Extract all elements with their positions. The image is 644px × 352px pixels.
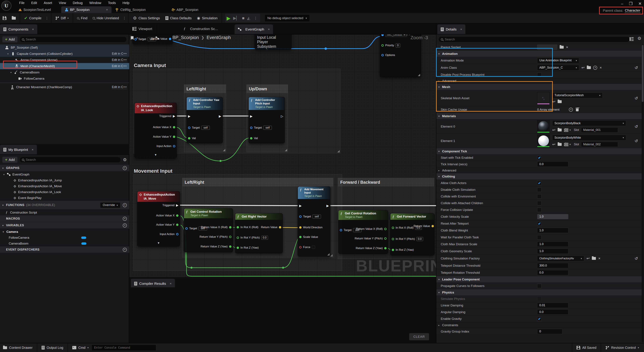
material-1-dropdown[interactable]: ScorpionBodyWhite▾ (552, 135, 626, 140)
frame-advance-button[interactable]: ▶▏ (233, 16, 239, 20)
override-dropdown[interactable]: Override▾ (100, 202, 120, 208)
output-log-button[interactable]: Output Log (38, 343, 66, 352)
functions-section-header[interactable]: ▾FUNCTIONS(34 OVERRIDABLE)Override▾ (0, 201, 129, 210)
play-button[interactable]: ▶ (226, 15, 230, 21)
section-materials[interactable]: ▾Materials (436, 113, 642, 119)
pin-val[interactable]: Val (188, 137, 196, 140)
blueprint-add-button[interactable]: +Add (2, 157, 18, 163)
reset-to-default-icon[interactable]: ↺ (634, 124, 638, 129)
node-enhanced-input-subsystem[interactable]: Enhanced Input Local Player Subsystem (254, 34, 292, 49)
eventgraph-row[interactable]: ▾EventGraph (0, 171, 129, 177)
component-row-charactermovement[interactable]: Character Movement (CharMoveComp)Edit in… (0, 84, 129, 90)
cmd-dropdown[interactable]: Cmd▾ (69, 343, 92, 352)
restore-button[interactable]: ❒ (629, 1, 632, 6)
bookmark-icon[interactable] (131, 36, 134, 40)
use-selected-asset-icon[interactable]: ↩ (582, 65, 584, 70)
hide-unrelated-button[interactable]: Hide Unrelated (90, 13, 122, 23)
reset-teleport-checkbox[interactable] (537, 221, 542, 226)
add-function-icon[interactable] (123, 203, 127, 207)
pin-return-y[interactable]: Return Value Y (Pitch) (200, 235, 232, 239)
variables-section-header[interactable]: ▾VARIABLES (0, 222, 129, 229)
node-add-controller-yaw-input[interactable]: ƒAdd Controller Yaw InputTarget is Pawn … (186, 97, 223, 143)
pin-in-rot-z[interactable]: In Rot Z (Yaw) (392, 248, 414, 252)
display-options-icon[interactable] (630, 37, 634, 41)
ia-move-row[interactable]: ◇EnhancedInputAction IA_Move (0, 183, 129, 189)
tab-compiler-results[interactable]: Compiler Results× (131, 279, 175, 288)
pin-scale-value[interactable]: Scale Value (299, 235, 318, 239)
graphs-section-header[interactable]: ▾GRAPHS (0, 165, 129, 171)
slot-name-field[interactable]: Material_002 (581, 142, 618, 147)
resize-handle-icon[interactable]: ◢ (285, 148, 287, 152)
close-icon[interactable]: × (170, 282, 172, 286)
edit-in-cpp-link[interactable]: Edit in C++ (112, 58, 127, 62)
construction-script-row[interactable]: ƒConstruction Script (0, 210, 129, 215)
section-clothing[interactable]: ▾Clothing (436, 173, 642, 180)
tab-abp-scorpion[interactable]: ABP_Scorpion (168, 6, 202, 13)
pin-exec-out[interactable]: ▶ (219, 114, 221, 118)
pin-return-z[interactable]: Return Value Z (Yaw) (200, 245, 232, 248)
stop-button[interactable]: ■ (242, 16, 244, 20)
bookmark-chevron-icon[interactable]: ▾ (136, 36, 138, 39)
pin-in-rot-y[interactable]: In Rot Y (Pitch)0.0 (392, 237, 423, 241)
reset-to-default-icon[interactable]: ↺ (634, 139, 638, 143)
pin-return-value[interactable]: Return Value (414, 224, 434, 228)
material-0-dropdown[interactable]: ScorpionBodyBlack▾ (552, 120, 626, 126)
browse-asset-icon[interactable] (587, 66, 591, 69)
pin-in-rot-z[interactable]: In Rot Z (Yaw) (237, 246, 258, 249)
enable-gravity-checkbox[interactable] (537, 317, 542, 321)
skeletal-mesh-dropdown[interactable]: TutorialScorpionMesh▾ (552, 92, 602, 98)
browse-asset-icon[interactable] (592, 257, 596, 260)
pin-action-value-y[interactable]: Action Value Y (156, 223, 178, 226)
pin-target[interactable]: Targetself (299, 215, 321, 219)
teleport-rotation-field[interactable]: 0.0 (537, 270, 568, 275)
add-variable-icon[interactable] (123, 223, 127, 227)
console-command-input[interactable]: Enter Console Command (92, 345, 156, 351)
pin-action-value-x[interactable]: Action Value X (156, 214, 178, 217)
tab-viewport[interactable]: Viewport (129, 23, 156, 34)
parent-socket-field[interactable] (537, 44, 557, 50)
resize-handle-icon[interactable]: ◢ (337, 149, 340, 153)
section-physics[interactable]: ▾Physics (436, 289, 642, 296)
node-ia-look-event[interactable]: ◇EnhancedInputAction IA_Look ▶Triggered … (134, 103, 177, 158)
parent-class-link[interactable]: Character (625, 8, 640, 13)
blueprint-search-input[interactable]: Search (20, 157, 121, 163)
debug-object-dropdown[interactable]: No debug object selected▾ (264, 14, 310, 22)
ia-jump-row[interactable]: ◇EnhancedInputAction IA_Jump (0, 177, 129, 183)
component-row-arrow[interactable]: Arrow Component (Arrow)Edit in C++ (0, 57, 129, 63)
class-settings-button[interactable]: ⚙Class Settings (130, 13, 162, 23)
node-get-forward-vector[interactable]: ƒGet Forward Vector In Rot X (Roll)0.0 R… (390, 213, 434, 256)
content-drawer-button[interactable]: Content Drawer (0, 343, 36, 352)
advanced-tick-expander[interactable]: ▸Advanced (436, 168, 642, 173)
nav-forward-icon[interactable]: → (148, 35, 152, 40)
angular-damping-field[interactable]: 0.0 (537, 310, 568, 315)
menu-edit[interactable]: Edit (28, 0, 40, 6)
pin-triggered[interactable]: ▶Triggered (159, 114, 175, 118)
add-icon[interactable] (593, 66, 597, 70)
pin-return-value[interactable]: Return Value (261, 226, 281, 229)
section-animation[interactable]: ▾Animation (436, 51, 642, 57)
details-settings-gear-icon[interactable]: ⚙ (638, 36, 641, 41)
pin-action-value-y[interactable]: Action Value Y (153, 135, 175, 138)
begin-play-row[interactable]: ◇Event BeginPlay (0, 195, 129, 201)
node-add-controller-pitch-input[interactable]: ƒAdd Controller Pitch InputTarget is Paw… (248, 97, 285, 143)
trash-icon[interactable] (576, 108, 579, 111)
clear-icon[interactable]: × (600, 65, 602, 70)
collapse-chevron-icon[interactable]: ▾ (155, 153, 156, 157)
allow-cloth-checkbox[interactable] (537, 181, 542, 185)
cameraboom-variable-row[interactable]: CameraBoom (0, 241, 129, 246)
tab-components[interactable]: Components× (0, 24, 37, 34)
menu-help[interactable]: Help (120, 0, 132, 6)
scrollbar-thumb[interactable] (642, 45, 644, 102)
pin-return-x[interactable]: Return Value X (Roll) (356, 227, 386, 231)
wait-parallel-checkbox[interactable] (537, 235, 542, 240)
hide-unrelated-options-icon[interactable]: ⋮ (122, 16, 127, 20)
force-checkbox[interactable] (312, 246, 315, 249)
node-get-control-rotation-2[interactable]: ƒGet Control RotationTarget is Pawn Targ… (338, 210, 388, 254)
pin-target[interactable]: Targetself (188, 126, 210, 130)
cloth-geometry-field[interactable]: 1.0 (537, 249, 568, 254)
reset-to-default-icon[interactable]: ↺ (634, 256, 638, 261)
pin-in-rot-x[interactable]: In Rot X (Roll) (237, 226, 258, 229)
reset-to-default-icon[interactable]: ↺ (634, 65, 638, 70)
material-options-icon[interactable] (564, 143, 568, 146)
tab-bp-scorpion[interactable]: BP_Scorpion× (61, 6, 112, 13)
